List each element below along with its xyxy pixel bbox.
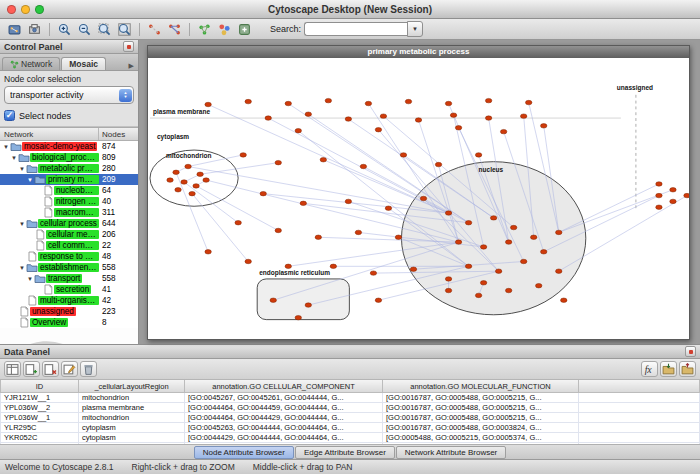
function-builder-button[interactable]: fx bbox=[641, 361, 658, 377]
network-node[interactable] bbox=[455, 240, 461, 244]
create-attribute-button[interactable] bbox=[23, 361, 40, 377]
network-node[interactable] bbox=[345, 199, 351, 203]
disclosure-triangle[interactable]: ▼ bbox=[26, 177, 34, 183]
network-node[interactable] bbox=[185, 164, 191, 168]
import-attributes-button[interactable] bbox=[660, 361, 677, 377]
network-node[interactable] bbox=[541, 250, 547, 254]
network-node[interactable] bbox=[435, 162, 441, 166]
create-network-from-selection-button[interactable] bbox=[195, 21, 214, 38]
network-node[interactable] bbox=[203, 178, 209, 182]
tree-row[interactable]: ▼transport558 bbox=[0, 273, 138, 284]
network-node[interactable] bbox=[295, 315, 301, 319]
network-node[interactable] bbox=[405, 99, 411, 103]
network-node[interactable] bbox=[375, 127, 381, 131]
network-node[interactable] bbox=[485, 98, 491, 102]
disclosure-triangle[interactable]: ▼ bbox=[10, 155, 18, 161]
tree-row[interactable]: Overview8 bbox=[0, 317, 138, 328]
network-node[interactable] bbox=[270, 298, 276, 302]
network-node[interactable] bbox=[175, 188, 181, 192]
network-node[interactable] bbox=[265, 116, 271, 120]
export-attributes-button[interactable] bbox=[679, 361, 696, 377]
network-node[interactable] bbox=[525, 100, 531, 104]
network-node[interactable] bbox=[345, 117, 351, 121]
network-node[interactable] bbox=[485, 116, 491, 120]
network-node[interactable] bbox=[465, 264, 471, 268]
column-header[interactable]: annotation.GO CELLULAR_COMPONENT bbox=[185, 380, 383, 393]
network-node[interactable] bbox=[656, 193, 662, 197]
network-node[interactable] bbox=[480, 245, 486, 249]
network-node[interactable] bbox=[684, 193, 689, 197]
network-node[interactable] bbox=[445, 288, 451, 292]
network-node[interactable] bbox=[193, 184, 199, 188]
network-node[interactable] bbox=[541, 124, 547, 128]
tab-mosaic[interactable]: Mosaic bbox=[61, 57, 106, 70]
column-header[interactable]: _cellularLayoutRegion bbox=[79, 380, 185, 393]
tree-row[interactable]: macromolecule...311 bbox=[0, 207, 138, 218]
clear-attribute-button[interactable] bbox=[80, 361, 97, 377]
network-node[interactable] bbox=[330, 264, 336, 268]
network-node[interactable] bbox=[305, 112, 311, 116]
network-node[interactable] bbox=[167, 178, 173, 182]
network-node[interactable] bbox=[415, 118, 421, 122]
network-node[interactable] bbox=[235, 220, 241, 224]
select-attributes-button[interactable] bbox=[4, 361, 21, 377]
network-node[interactable] bbox=[420, 196, 426, 200]
tree-row[interactable]: cell communica...22 bbox=[0, 240, 138, 251]
disclosure-triangle[interactable]: ▼ bbox=[18, 166, 26, 172]
network-node[interactable] bbox=[410, 267, 416, 271]
network-node[interactable] bbox=[205, 250, 211, 254]
float-panel-button[interactable] bbox=[123, 41, 134, 52]
network-node[interactable] bbox=[380, 114, 386, 118]
network-node[interactable] bbox=[370, 271, 376, 275]
tree-row[interactable]: nucleobase...64 bbox=[0, 185, 138, 196]
tab-network[interactable]: Network bbox=[2, 57, 60, 70]
network-node[interactable] bbox=[400, 153, 406, 157]
tree-row[interactable]: ▼establishment of lo...558 bbox=[0, 262, 138, 273]
network-node[interactable] bbox=[475, 153, 481, 157]
network-node[interactable] bbox=[556, 230, 562, 234]
network-node[interactable] bbox=[300, 201, 306, 205]
select-nodes-checkbox[interactable] bbox=[4, 110, 15, 121]
search-input[interactable] bbox=[304, 22, 407, 36]
network-node[interactable] bbox=[355, 230, 361, 234]
delete-attribute-button[interactable] bbox=[42, 361, 59, 377]
export-image-button[interactable] bbox=[25, 21, 44, 38]
table-row[interactable]: YPL036W__1mitochondrion[GO:0044464, GO:0… bbox=[1, 413, 700, 423]
table-row[interactable]: YPL036W__2plasma membrane[GO:0044464, GO… bbox=[1, 403, 700, 413]
import-network-button[interactable] bbox=[5, 21, 24, 38]
column-header[interactable]: annotation.GO MOLECULAR_FUNCTION bbox=[383, 380, 579, 393]
rename-attribute-button[interactable] bbox=[61, 361, 78, 377]
network-node[interactable] bbox=[181, 180, 187, 184]
network-frame-titlebar[interactable]: primary metabolic process bbox=[148, 46, 689, 58]
network-node[interactable] bbox=[315, 235, 321, 239]
network-node[interactable] bbox=[505, 240, 511, 244]
network-node[interactable] bbox=[275, 160, 281, 164]
network-node[interactable] bbox=[490, 216, 496, 220]
network-node[interactable] bbox=[325, 98, 331, 102]
network-node[interactable] bbox=[505, 288, 511, 292]
network-node[interactable] bbox=[656, 205, 662, 209]
network-node[interactable] bbox=[205, 102, 211, 106]
network-node[interactable] bbox=[561, 298, 567, 302]
tab-network-attribute-browser[interactable]: Network Attribute Browser bbox=[396, 446, 506, 459]
show-all-edges-button[interactable] bbox=[165, 21, 184, 38]
tree-row[interactable]: cellular metabo...206 bbox=[0, 229, 138, 240]
zoom-window-button[interactable] bbox=[35, 5, 44, 14]
tab-overflow-button[interactable] bbox=[127, 54, 136, 72]
disclosure-triangle[interactable]: ▼ bbox=[18, 221, 26, 227]
network-node[interactable] bbox=[656, 182, 662, 186]
network-node[interactable] bbox=[395, 235, 401, 239]
zoom-out-button[interactable] bbox=[75, 21, 94, 38]
network-node[interactable] bbox=[240, 153, 246, 157]
table-row[interactable]: YKR052Ccytoplasm[GO:0044429, GO:0044444,… bbox=[1, 433, 700, 443]
window-titlebar[interactable]: Cytoscape Desktop (New Session) bbox=[0, 0, 700, 19]
network-node[interactable] bbox=[556, 269, 562, 273]
network-node[interactable] bbox=[670, 188, 676, 192]
node-color-attribute-select[interactable]: transporter activity bbox=[4, 86, 134, 104]
network-node[interactable] bbox=[510, 225, 516, 229]
network-node[interactable] bbox=[465, 220, 471, 224]
column-header[interactable]: ID bbox=[1, 380, 79, 393]
tree-row[interactable]: ▼biological_process809 bbox=[0, 152, 138, 163]
zoom-selected-button[interactable] bbox=[95, 21, 114, 38]
network-node[interactable] bbox=[480, 281, 486, 285]
